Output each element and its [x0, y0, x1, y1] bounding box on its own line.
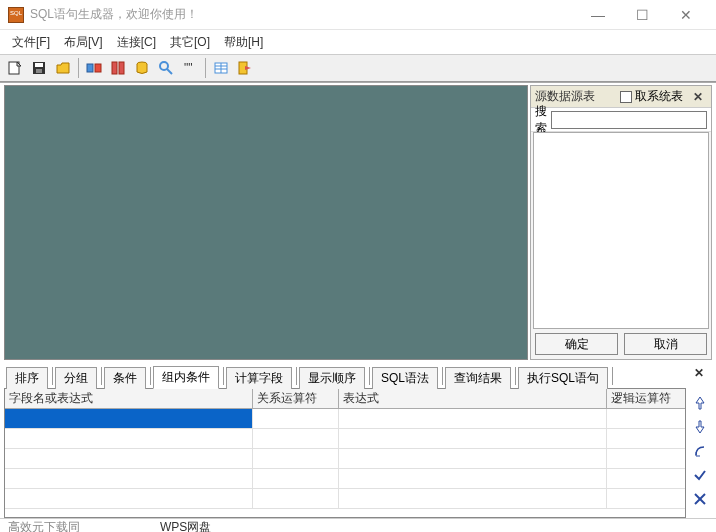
- open-icon[interactable]: [52, 57, 74, 79]
- menu-bar: 文件[F] 布局[V] 连接[C] 其它[O] 帮助[H]: [0, 30, 716, 54]
- svg-rect-6: [112, 62, 117, 74]
- grid-row[interactable]: [5, 489, 685, 509]
- footer-wps: WPS网盘: [160, 519, 211, 532]
- svg-text:"": "": [184, 61, 193, 75]
- app-icon: [8, 7, 24, 23]
- status-bar: 高效元下载同 WPS网盘: [0, 518, 716, 532]
- grid-area: 字段名或表达式 关系运算符 表达式 逻辑运算符: [0, 388, 716, 518]
- main-area: 源数据源表 取系统表 ✕ 搜索 确定 取消: [0, 82, 716, 362]
- svg-rect-7: [119, 62, 124, 74]
- svg-line-10: [167, 69, 172, 74]
- tabs-row: 排序 分组 条件 组内条件 计算字段 显示顺序 SQL语法 查询结果 执行SQL…: [0, 364, 716, 388]
- confirm-icon[interactable]: [691, 466, 709, 484]
- grid-row[interactable]: [5, 429, 685, 449]
- grid-body: [5, 409, 685, 517]
- tab-exec[interactable]: 执行SQL语句: [518, 367, 608, 389]
- minimize-button[interactable]: —: [576, 1, 620, 29]
- col-logic[interactable]: 逻辑运算符: [607, 389, 685, 408]
- tab-incond[interactable]: 组内条件: [153, 366, 219, 389]
- tab-sql[interactable]: SQL语法: [372, 367, 438, 389]
- title-bar: SQL语句生成器，欢迎你使用！ — ☐ ✕: [0, 0, 716, 30]
- footer-text: 高效元下载同: [8, 519, 80, 532]
- delete-icon[interactable]: [691, 490, 709, 508]
- menu-help[interactable]: 帮助[H]: [218, 32, 269, 53]
- ok-button[interactable]: 确定: [535, 333, 618, 355]
- source-table-panel: 源数据源表 取系统表 ✕ 搜索 确定 取消: [530, 85, 712, 360]
- panel-close-button[interactable]: ✕: [689, 90, 707, 104]
- window-title: SQL语句生成器，欢迎你使用！: [30, 6, 576, 23]
- cancel-button[interactable]: 取消: [624, 333, 707, 355]
- panel-buttons: 确定 取消: [531, 329, 711, 359]
- grid-row[interactable]: [5, 409, 685, 429]
- svg-rect-3: [36, 69, 42, 73]
- system-table-checkbox[interactable]: 取系统表: [620, 88, 683, 105]
- grid-row[interactable]: [5, 449, 685, 469]
- menu-connect[interactable]: 连接[C]: [111, 32, 162, 53]
- menu-file[interactable]: 文件[F]: [6, 32, 56, 53]
- menu-other[interactable]: 其它[O]: [164, 32, 216, 53]
- grid-icon[interactable]: [210, 57, 232, 79]
- tab-result[interactable]: 查询结果: [445, 367, 511, 389]
- search-input[interactable]: [551, 111, 707, 129]
- maximize-button[interactable]: ☐: [620, 1, 664, 29]
- panel-header: 源数据源表 取系统表 ✕: [531, 86, 711, 108]
- col-field[interactable]: 字段名或表达式: [5, 389, 253, 408]
- svg-point-9: [160, 62, 168, 70]
- grid-row[interactable]: [5, 469, 685, 489]
- undo-icon[interactable]: [691, 442, 709, 460]
- connect-icon[interactable]: [83, 57, 105, 79]
- table-list[interactable]: [533, 132, 709, 329]
- new-icon[interactable]: [4, 57, 26, 79]
- search-row: 搜索: [531, 108, 711, 132]
- tab-dispord[interactable]: 显示顺序: [299, 367, 365, 389]
- tab-calc[interactable]: 计算字段: [226, 367, 292, 389]
- svg-rect-2: [35, 63, 43, 67]
- find-icon[interactable]: [155, 57, 177, 79]
- tab-cond[interactable]: 条件: [104, 367, 146, 389]
- menu-layout[interactable]: 布局[V]: [58, 32, 109, 53]
- move-down-icon[interactable]: [691, 418, 709, 436]
- checkbox-label: 取系统表: [635, 88, 683, 105]
- close-button[interactable]: ✕: [664, 1, 708, 29]
- col-operator[interactable]: 关系运算符: [253, 389, 339, 408]
- tab-sort[interactable]: 排序: [6, 367, 48, 389]
- tab-group[interactable]: 分组: [55, 367, 97, 389]
- database-icon[interactable]: [131, 57, 153, 79]
- grid-header: 字段名或表达式 关系运算符 表达式 逻辑运算符: [5, 389, 685, 409]
- exit-icon[interactable]: [234, 57, 256, 79]
- conditions-grid[interactable]: 字段名或表达式 关系运算符 表达式 逻辑运算符: [4, 388, 686, 518]
- svg-rect-5: [95, 64, 101, 72]
- panel-title: 源数据源表: [535, 88, 620, 105]
- lower-close-button[interactable]: ✕: [690, 364, 708, 382]
- toolbar: "": [0, 54, 716, 82]
- svg-rect-4: [87, 64, 93, 72]
- save-icon[interactable]: [28, 57, 50, 79]
- tables-icon[interactable]: [107, 57, 129, 79]
- move-up-icon[interactable]: [691, 394, 709, 412]
- quote-icon[interactable]: "": [179, 57, 201, 79]
- design-canvas[interactable]: [4, 85, 528, 360]
- row-controls: [688, 388, 712, 518]
- col-expression[interactable]: 表达式: [339, 389, 607, 408]
- checkbox-icon: [620, 91, 632, 103]
